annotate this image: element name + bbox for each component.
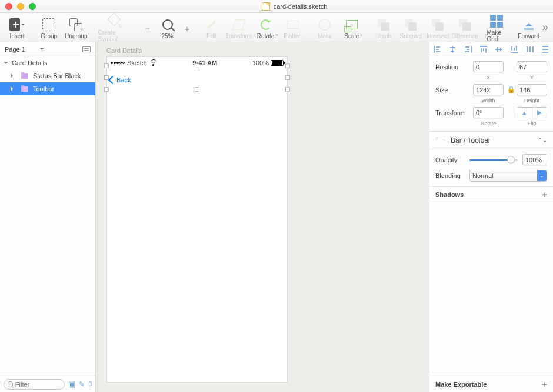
- pos-y-input[interactable]: [517, 61, 547, 72]
- flip-h-button[interactable]: ▲: [517, 108, 532, 118]
- flip-sublabel: Flip: [517, 120, 547, 126]
- scale-label: Scale: [344, 33, 359, 39]
- visibility-toggle-icon[interactable]: ▣: [68, 380, 75, 388]
- ios-statusbar: Sketch 9:41 AM 100%: [107, 57, 287, 69]
- intersect-icon: [432, 19, 444, 31]
- zoom-value: 25%: [162, 33, 174, 39]
- transform-button: Transform: [225, 16, 252, 39]
- canvas[interactable]: Card Details Sketch 9:41 AM 100% Back: [96, 42, 429, 392]
- zoom-in-button[interactable]: +: [181, 24, 194, 33]
- shadows-section-header[interactable]: Shadows +: [429, 187, 553, 202]
- disclosure-triangle-icon[interactable]: [4, 62, 8, 66]
- transform-icon: [232, 19, 245, 30]
- ungroup-button[interactable]: Ungroup: [62, 16, 89, 39]
- forward-button[interactable]: Forward: [515, 16, 542, 39]
- scale-button[interactable]: Scale: [338, 16, 365, 39]
- zoom-window-button[interactable]: [29, 3, 36, 10]
- rotate-button[interactable]: Rotate: [252, 16, 279, 39]
- flip-v-button[interactable]: ▶: [532, 108, 547, 118]
- zoom-button[interactable]: 25%: [154, 16, 181, 39]
- opacity-label: Opacity: [435, 156, 465, 163]
- align-right-button[interactable]: [461, 42, 476, 56]
- signal-icon: [111, 62, 125, 64]
- union-icon: [378, 19, 389, 31]
- align-left-button[interactable]: [429, 42, 445, 56]
- opacity-slider[interactable]: [469, 156, 518, 164]
- make-grid-button[interactable]: Make Grid: [483, 12, 510, 42]
- x-sublabel: X: [473, 75, 504, 81]
- transform-label: Transform: [435, 109, 469, 116]
- add-export-button[interactable]: +: [542, 379, 547, 389]
- plus-icon: [9, 18, 20, 31]
- align-bottom-button[interactable]: [507, 42, 522, 56]
- distribute-v-button[interactable]: [538, 42, 553, 56]
- scale-icon: [346, 20, 358, 29]
- back-label: Back: [116, 76, 131, 83]
- group-label: Group: [41, 33, 57, 39]
- sidebar-footer: ▣ ✎ 0: [0, 376, 95, 392]
- export-label: Make Exportable: [435, 381, 487, 388]
- width-input[interactable]: [473, 84, 504, 95]
- search-icon: [8, 381, 13, 387]
- carrier-label: Sketch: [127, 59, 147, 66]
- rotate-input[interactable]: [473, 107, 504, 118]
- page-selector[interactable]: Page 1: [0, 42, 95, 56]
- group-icon: [42, 18, 55, 31]
- zoom-group: − 25% +: [142, 16, 194, 39]
- close-window-button[interactable]: [5, 3, 12, 10]
- symbol-icon: [109, 15, 122, 28]
- height-sublabel: Height: [517, 98, 547, 103]
- subtract-label: Subtract: [400, 33, 422, 39]
- opacity-input[interactable]: [522, 154, 547, 165]
- make-exportable-header[interactable]: Make Exportable +: [429, 376, 553, 392]
- mask-button: Mask: [311, 16, 338, 39]
- rotate-label: Rotate: [257, 33, 274, 39]
- width-sublabel: Width: [473, 98, 504, 103]
- blending-value: Normal: [472, 172, 493, 179]
- forward-icon: [522, 19, 535, 30]
- chevron-down-icon: [40, 48, 44, 52]
- union-label: Union: [376, 33, 391, 39]
- blending-dropdown[interactable]: Normal ⌄: [469, 170, 547, 182]
- align-vcenter-button[interactable]: [491, 42, 507, 56]
- filter-input[interactable]: [15, 381, 61, 388]
- flip-buttons: ▲ ▶: [517, 107, 547, 118]
- forward-label: Forward: [518, 33, 539, 39]
- group-button[interactable]: Group: [35, 16, 62, 39]
- artboard-row[interactable]: Card Details: [0, 56, 95, 69]
- add-shadow-button[interactable]: +: [542, 189, 547, 199]
- layer-row-toolbar[interactable]: Toolbar: [0, 82, 95, 95]
- distribute-h-button[interactable]: [522, 42, 538, 56]
- flatten-button: Flatten: [279, 16, 307, 39]
- height-input[interactable]: [517, 84, 547, 95]
- mask-label: Mask: [318, 33, 332, 39]
- artboard[interactable]: Sketch 9:41 AM 100% Back: [106, 56, 288, 383]
- pencil-icon: [207, 20, 216, 29]
- folder-icon: [21, 86, 28, 92]
- toolbar-overflow-button[interactable]: »: [542, 21, 549, 33]
- rotate-sublabel: Rotate: [473, 120, 504, 126]
- align-hcenter-button[interactable]: [445, 42, 460, 56]
- symbol-selector[interactable]: Bar / Toolbar ⌃⌄: [429, 132, 553, 149]
- ungroup-icon: [69, 18, 82, 31]
- layer-list[interactable]: Card Details Status Bar Black Toolbar: [0, 56, 95, 376]
- minimize-window-button[interactable]: [17, 3, 24, 10]
- back-button[interactable]: Back: [109, 76, 131, 83]
- layers-panel: Page 1 Card Details Status Bar Black Too…: [0, 42, 96, 392]
- layer-filter[interactable]: [4, 379, 65, 390]
- union-button: Union: [370, 16, 397, 39]
- slice-icon[interactable]: ✎: [79, 380, 85, 388]
- sketch-doc-icon: [262, 2, 270, 11]
- layer-row-statusbar[interactable]: Status Bar Black: [0, 69, 95, 82]
- artboard-label[interactable]: Card Details: [106, 47, 142, 54]
- zoom-out-button[interactable]: −: [142, 24, 154, 33]
- rulers-icon[interactable]: [82, 46, 91, 52]
- align-top-button[interactable]: [476, 42, 491, 56]
- disclosure-triangle-icon[interactable]: [11, 86, 15, 91]
- pos-x-input[interactable]: [473, 61, 504, 72]
- disclosure-triangle-icon[interactable]: [11, 73, 15, 78]
- ungroup-label: Ungroup: [65, 33, 87, 39]
- folder-icon: [21, 73, 28, 79]
- lock-aspect-icon[interactable]: 🔒: [507, 86, 513, 93]
- insert-button[interactable]: Insert: [4, 16, 31, 39]
